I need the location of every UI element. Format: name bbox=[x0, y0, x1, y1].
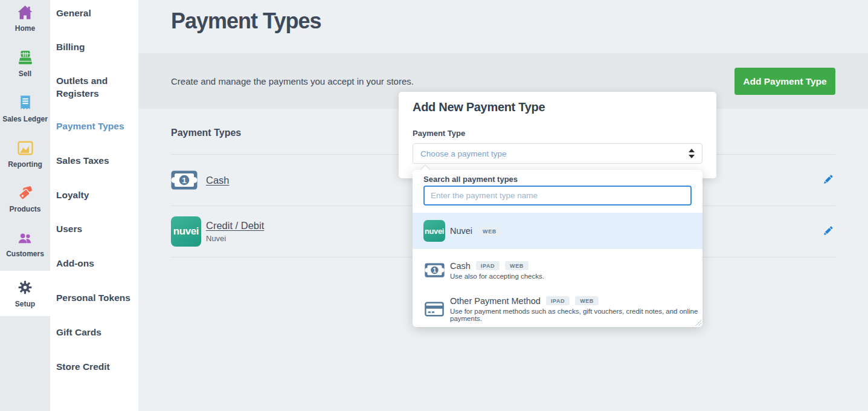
payment-provider-label: Nuvei bbox=[206, 234, 264, 243]
menu-item-general[interactable]: General bbox=[56, 7, 136, 20]
option-other-payment-method[interactable]: Other Payment Method IPAD WEB Use for pa… bbox=[413, 291, 702, 326]
cash-icon: 1 bbox=[423, 263, 445, 277]
svg-text:1: 1 bbox=[182, 176, 187, 185]
page-subtitle: Create and manage the payments you accep… bbox=[171, 53, 414, 109]
menu-item-loyalty[interactable]: Loyalty bbox=[56, 189, 136, 202]
modal-title: Add New Payment Type bbox=[413, 100, 545, 114]
rail-item-home[interactable]: Home bbox=[0, 5, 50, 32]
credit-card-icon bbox=[423, 302, 445, 317]
rail-item-label: Sales Ledger bbox=[2, 115, 48, 123]
rail-item-label: Products bbox=[9, 206, 40, 213]
add-payment-type-button[interactable]: Add Payment Type bbox=[735, 68, 835, 95]
rail-item-label: Home bbox=[15, 25, 35, 32]
rail-item-label: Setup bbox=[15, 300, 35, 308]
platform-badge: IPAD bbox=[546, 296, 570, 305]
payment-type-select[interactable]: Choose a payment type bbox=[413, 143, 702, 164]
search-label: Search all payment types bbox=[423, 175, 518, 184]
spinner-up-icon bbox=[689, 149, 695, 152]
options-list: nuvei Nuvei WEB 1 Cash bbox=[413, 213, 702, 326]
option-name: Other Payment Method bbox=[450, 296, 541, 306]
payment-name-link[interactable]: Cash bbox=[206, 175, 230, 186]
payment-name-link[interactable]: Credit / Debit bbox=[206, 220, 264, 231]
home-icon bbox=[17, 5, 33, 22]
select-placeholder-text: Choose a payment type bbox=[420, 149, 689, 158]
add-payment-type-modal: Add New Payment Type Payment Type Choose… bbox=[399, 92, 716, 178]
menu-item-gift-cards[interactable]: Gift Cards bbox=[56, 326, 136, 339]
popover-pointer bbox=[420, 164, 431, 170]
resize-grip-icon[interactable] bbox=[695, 320, 701, 326]
platform-badge: IPAD bbox=[476, 261, 500, 270]
rail-item-label: Sell bbox=[19, 70, 31, 77]
select-spinner-icon[interactable] bbox=[689, 149, 695, 158]
nuvei-logo: nuvei bbox=[171, 216, 201, 247]
rail-item-label: Customers bbox=[6, 250, 44, 257]
platform-badge: WEB bbox=[505, 261, 529, 270]
nuvei-logo: nuvei bbox=[423, 220, 445, 242]
edit-pencil-icon[interactable] bbox=[821, 173, 835, 187]
icon-rail: Home Sell Sales Ledger Reporting Product… bbox=[0, 0, 50, 411]
menu-item-users[interactable]: Users bbox=[56, 223, 136, 236]
menu-item-billing[interactable]: Billing bbox=[56, 41, 136, 54]
payment-type-field-label: Payment Type bbox=[413, 129, 465, 138]
tags-icon bbox=[17, 185, 34, 203]
option-description: Use also for accepting checks. bbox=[450, 273, 544, 280]
platform-badge: WEB bbox=[575, 296, 599, 305]
option-cash[interactable]: 1 Cash IPAD WEB Use also for accepting c… bbox=[413, 249, 702, 291]
menu-item-payment-types[interactable]: Payment Types bbox=[56, 120, 136, 133]
rail-item-label: Reporting bbox=[8, 161, 42, 168]
page-title: Payment Types bbox=[171, 8, 321, 34]
payment-type-search-input[interactable] bbox=[423, 186, 692, 206]
chart-icon bbox=[17, 140, 34, 158]
option-description: Use for payment methods such as checks, … bbox=[450, 308, 702, 322]
list-heading: Payment Types bbox=[171, 128, 241, 138]
spinner-down-icon bbox=[689, 155, 695, 158]
menu-item-outlets-registers[interactable]: Outlets and Registers bbox=[56, 75, 136, 100]
gear-icon bbox=[17, 279, 33, 298]
option-name: Nuvei bbox=[450, 226, 472, 236]
settings-menu: General Billing Outlets and Registers Pa… bbox=[50, 0, 138, 411]
menu-item-sales-taxes[interactable]: Sales Taxes bbox=[56, 155, 136, 167]
rail-item-customers[interactable]: Customers bbox=[0, 231, 50, 257]
rail-item-reporting[interactable]: Reporting bbox=[0, 140, 50, 168]
people-icon bbox=[17, 231, 34, 248]
rail-item-products[interactable]: Products bbox=[0, 185, 50, 213]
menu-item-store-credit[interactable]: Store Credit bbox=[56, 361, 136, 374]
cash-icon: 1 bbox=[171, 170, 201, 190]
svg-text:1: 1 bbox=[432, 267, 436, 274]
payment-type-dropdown: Search all payment types nuvei Nuvei WEB bbox=[413, 170, 702, 327]
app-root: Home Sell Sales Ledger Reporting Product… bbox=[0, 0, 868, 411]
popover-body: Search all payment types nuvei Nuvei WEB bbox=[413, 170, 702, 327]
platform-badge: WEB bbox=[478, 227, 501, 236]
menu-item-personal-tokens[interactable]: Personal Tokens bbox=[56, 292, 136, 305]
rail-item-sell[interactable]: Sell bbox=[0, 50, 50, 77]
rail-item-setup[interactable]: Setup bbox=[0, 271, 50, 316]
menu-item-add-ons[interactable]: Add-ons bbox=[56, 257, 136, 270]
rail-item-sales-ledger[interactable]: Sales Ledger bbox=[0, 95, 50, 123]
edit-pencil-icon[interactable] bbox=[821, 224, 835, 239]
option-nuvei[interactable]: nuvei Nuvei WEB bbox=[413, 213, 702, 249]
option-name: Cash bbox=[450, 261, 471, 271]
cash-register-icon bbox=[17, 50, 34, 68]
receipt-icon bbox=[18, 95, 33, 113]
